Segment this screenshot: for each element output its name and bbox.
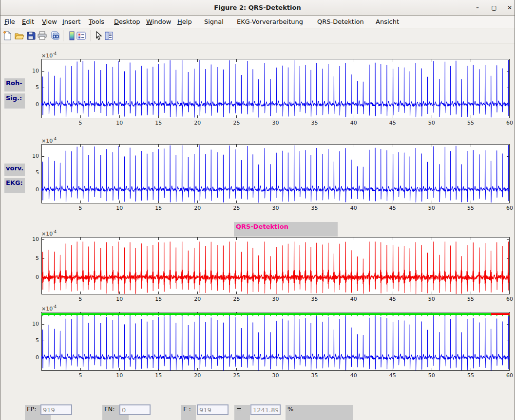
x-tick-label: 10 [112,373,127,379]
x-tick-label: 55 [463,120,478,126]
x-tick-label: 40 [346,205,361,211]
new-file-icon[interactable] [2,31,13,41]
save-icon[interactable] [26,31,36,41]
x-tick-label: 35 [307,120,322,126]
menu-edit[interactable]: Edit [22,18,34,25]
plot-canvas-raw-signal [41,59,510,118]
x-tick-label: 45 [385,120,400,126]
x-tick-label: 30 [268,373,283,379]
menu-tools[interactable]: Tools [89,18,104,25]
qrs-detection-title-text: QRS-Detektion [236,223,288,230]
print-icon[interactable] [37,31,47,41]
y-tick-label: 10 [26,68,39,73]
figure-window: Figure 2: QRS-Detektion – ▢ ✕ FileEditVi… [0,0,515,420]
x-tick-label: 45 [385,205,400,211]
menu-help[interactable]: Help [177,18,192,25]
x-tick-label: 35 [307,296,322,302]
x-tick-label: 30 [268,120,283,126]
menu-ekg-vorverarbeitung[interactable]: EKG-Vorverarbeitung [237,18,303,25]
x-tick-label: 25 [229,296,244,302]
x-tick-label: 60 [502,373,515,379]
menubar: FileEditViewInsertToolsDesktopWindowHelp… [0,16,515,28]
y-tick-label: 5 [26,256,39,261]
x-tick-label: 50 [424,373,439,379]
legend-icon[interactable] [76,31,86,41]
label-preprocessed-2: EKG: [4,178,25,193]
x-tick-label: 25 [229,373,244,379]
fp-value-field[interactable] [40,404,72,415]
menu-insert[interactable]: Insert [62,18,80,25]
plot-canvas-detection-result [41,312,510,371]
x-tick-label: 45 [385,296,400,302]
x-tick-label: 60 [502,205,515,211]
x-tick-label: 30 [268,205,283,211]
x-tick-label: 40 [346,373,361,379]
menu-signal[interactable]: Signal [204,18,224,25]
qrs-detection-section-title: QRS-Detektion [234,222,338,237]
link-plot-icon[interactable] [50,31,60,41]
toolbar-separator [48,30,48,41]
menu-view[interactable]: View [42,18,57,25]
x-tick-label: 25 [229,205,244,211]
result-value-field[interactable] [250,404,281,415]
y-tick-label: 10 [26,237,39,242]
x-tick-label: 15 [151,120,166,126]
y-tick-label: 5 [26,85,39,90]
maximize-icon[interactable]: ▢ [489,3,499,13]
y-tick-label: 0 [26,102,39,107]
x-tick-label: 5 [73,373,88,379]
x-tick-label: 25 [229,120,244,126]
close-icon[interactable]: ✕ [504,3,515,13]
x-tick-label: 10 [112,120,127,126]
plot-canvas-preprocessed-ekg [41,144,510,203]
y-tick-label: 0 [26,187,39,192]
fn-value-field[interactable] [119,404,151,415]
toolbar-separator [91,30,91,41]
y-tick-label: 5 [26,338,39,343]
y-tick-label: 5 [26,170,39,175]
x-tick-label: 20 [190,205,205,211]
x-tick-label: 30 [268,296,283,302]
layout-editor-icon[interactable] [104,31,114,41]
x-tick-label: 20 [190,373,205,379]
menu-qrs-detektion[interactable]: QRS-Detektion [317,18,364,25]
menu-desktop[interactable]: Desktop [114,18,140,25]
x-tick-label: 35 [307,205,322,211]
plot-canvas-qrs-detection [41,237,510,294]
label-raw-signal-1: Roh- [4,78,25,91]
x-tick-label: 50 [424,296,439,302]
x-tick-label: 5 [73,120,88,126]
x-tick-label: 20 [190,296,205,302]
menu-ansicht[interactable]: Ansicht [376,18,399,25]
x-tick-label: 50 [424,205,439,211]
y-exponent-label: ×10-4 [41,305,57,312]
y-tick-label: 10 [26,153,39,159]
f-value-field[interactable] [197,404,229,415]
toolbar [0,29,515,43]
x-tick-label: 35 [307,373,322,379]
x-tick-label: 45 [385,373,400,379]
toolbar-separator [63,30,63,41]
x-tick-label: 5 [73,205,88,211]
menu-file[interactable]: File [4,18,15,25]
pointer-icon[interactable] [94,31,104,41]
y-tick-label: 0 [26,274,39,280]
minimize-icon[interactable]: – [472,3,483,13]
x-tick-label: 15 [151,205,166,211]
colorbar-icon[interactable] [67,31,77,41]
plot-qrs-detection [41,237,510,294]
open-folder-icon[interactable] [14,31,24,41]
x-tick-label: 10 [112,205,127,211]
y-tick-label: 0 [26,355,39,360]
titlebar: Figure 2: QRS-Detektion – ▢ ✕ [0,0,515,16]
y-tick-label: 10 [26,321,39,327]
y-exponent-label: ×10-4 [41,137,57,144]
x-tick-label: 60 [502,296,515,302]
label-raw-signal-2: Sig.: [4,93,25,109]
menu-window[interactable]: Window [146,18,171,25]
y-exponent-label: ×10-4 [41,52,57,59]
x-tick-label: 10 [112,296,127,302]
x-tick-label: 55 [463,296,478,302]
plot-raw-signal [41,59,510,118]
x-tick-label: 50 [424,120,439,126]
